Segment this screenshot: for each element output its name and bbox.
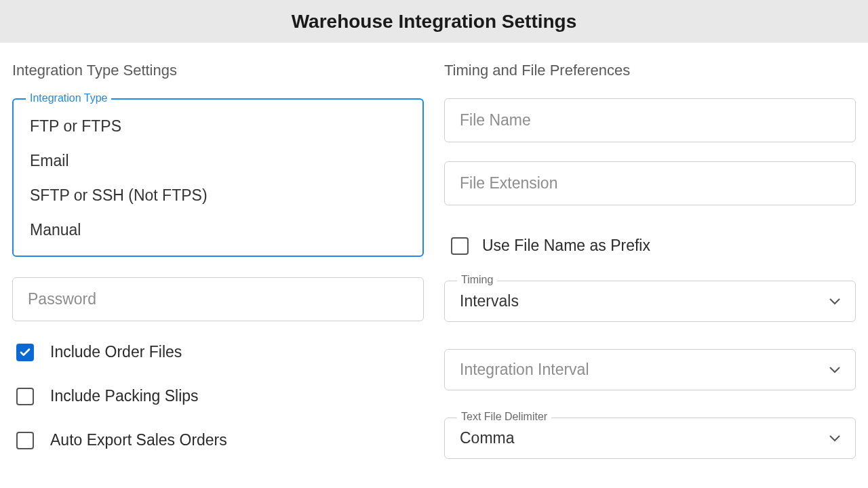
auto-export-sales-orders-row[interactable]: Auto Export Sales Orders [12, 431, 424, 449]
timing-legend: Timing [457, 274, 497, 286]
header-bar: Warehouse Integration Settings [0, 0, 868, 43]
left-column: Integration Type Settings Integration Ty… [12, 62, 424, 488]
right-column: Timing and File Preferences Use File Nam… [444, 62, 856, 488]
integration-type-option[interactable]: FTP or FTPS [14, 109, 422, 144]
include-packing-slips-row[interactable]: Include Packing Slips [12, 387, 424, 405]
file-extension-field[interactable] [444, 161, 856, 205]
text-file-delimiter-legend: Text File Delimiter [457, 411, 551, 423]
content: Integration Type Settings Integration Ty… [0, 43, 868, 488]
integration-type-option[interactable]: Manual [14, 213, 422, 247]
include-order-files-checkbox[interactable] [16, 344, 34, 361]
file-name-field[interactable] [444, 98, 856, 142]
password-field[interactable] [12, 277, 424, 321]
include-order-files-label: Include Order Files [50, 343, 182, 361]
integration-type-option[interactable]: SFTP or SSH (Not FTPS) [14, 178, 422, 213]
right-section-title: Timing and File Preferences [444, 62, 856, 79]
check-icon [19, 346, 31, 359]
text-file-delimiter-value: Comma [460, 429, 840, 447]
integration-type-option[interactable]: Email [14, 144, 422, 178]
page-title: Warehouse Integration Settings [292, 11, 577, 33]
use-file-name-prefix-checkbox[interactable] [451, 237, 469, 255]
use-file-name-prefix-label: Use File Name as Prefix [482, 237, 650, 255]
timing-value: Intervals [460, 292, 840, 310]
timing-select[interactable]: Timing Intervals [444, 281, 856, 322]
text-file-delimiter-select[interactable]: Text File Delimiter Comma [444, 418, 856, 459]
left-section-title: Integration Type Settings [12, 62, 424, 79]
chevron-down-icon [829, 296, 840, 308]
integration-type-options: FTP or FTPS Email SFTP or SSH (Not FTPS)… [14, 100, 422, 256]
include-packing-slips-checkbox[interactable] [16, 388, 34, 405]
use-file-name-prefix-row[interactable]: Use File Name as Prefix [444, 237, 856, 255]
include-packing-slips-label: Include Packing Slips [50, 387, 199, 405]
integration-interval-placeholder: Integration Interval [460, 361, 840, 379]
include-order-files-row[interactable]: Include Order Files [12, 343, 424, 361]
auto-export-sales-orders-checkbox[interactable] [16, 432, 34, 449]
chevron-down-icon [829, 432, 840, 445]
integration-type-legend: Integration Type [26, 92, 111, 104]
integration-type-select[interactable]: Integration Type FTP or FTPS Email SFTP … [12, 98, 424, 257]
integration-interval-select[interactable]: Integration Interval [444, 349, 856, 390]
auto-export-sales-orders-label: Auto Export Sales Orders [50, 431, 227, 449]
chevron-down-icon [829, 364, 840, 376]
